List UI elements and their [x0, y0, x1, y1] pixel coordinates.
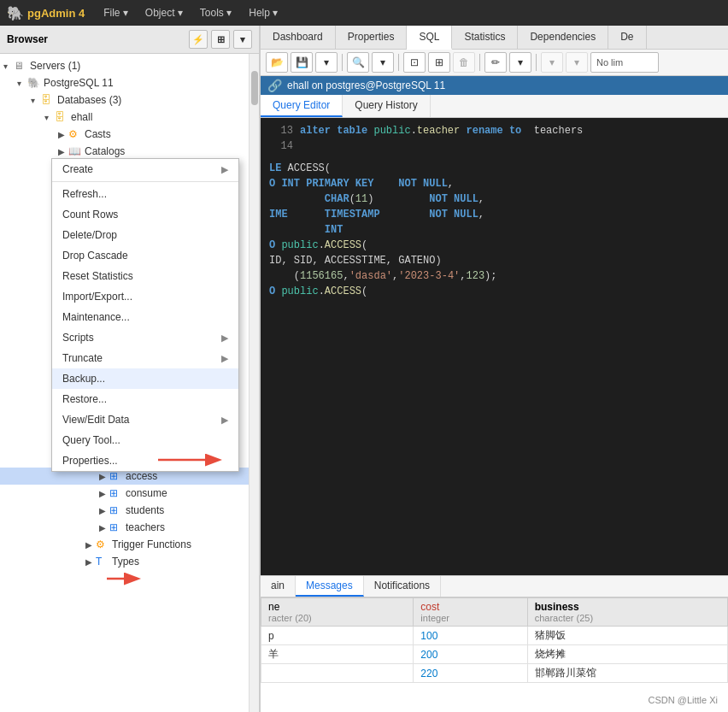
label-triggerfunctions: Trigger Functions — [112, 538, 191, 550]
edit-btn[interactable]: ✏ — [484, 52, 507, 73]
ctx-label: Scripts — [62, 332, 94, 344]
table-row: 220 邯郸路川菜馆 — [261, 664, 728, 683]
results-table: ne racter (20) cost integer business cha… — [261, 597, 728, 683]
icon-triggerfunctions: ⚙ — [96, 538, 109, 550]
ctx-item-truncate[interactable]: Truncate▶ — [52, 348, 238, 368]
tab-query-history[interactable]: Query History — [343, 95, 430, 117]
tab-dashboard[interactable]: Dashboard — [261, 26, 336, 49]
label-catalogs: Catalogs — [85, 145, 125, 157]
tree-node-consume[interactable]: ▶⊞consume — [0, 485, 249, 502]
code-area[interactable]: 13alter table public.teacher rename to t… — [261, 118, 728, 575]
ctx-item-count-rows[interactable]: Count Rows — [52, 204, 238, 225]
filter2-btn[interactable]: ▾ — [541, 52, 563, 73]
ctx-separator — [52, 181, 238, 182]
ctx-arrow-icon: ▶ — [221, 353, 228, 364]
ctx-label: Refresh... — [62, 188, 107, 200]
icon-catalogs: 📖 — [68, 145, 82, 157]
tab-dependencies[interactable]: Dependencies — [518, 26, 608, 49]
tab-notifications[interactable]: Notifications — [364, 576, 441, 597]
ctx-item-backup---[interactable]: Backup... — [52, 368, 238, 389]
tree-node-teachers[interactable]: ▶⊞teachers — [0, 519, 249, 536]
search-dropdown-btn[interactable]: ▾ — [372, 52, 394, 73]
save-btn[interactable]: 💾 — [291, 52, 313, 73]
toggle-types[interactable]: ▶ — [85, 557, 96, 567]
tree-node-servers[interactable]: ▾🖥Servers (1) — [0, 57, 249, 74]
ctx-label: View/Edit Data — [62, 414, 130, 426]
ctx-item-reset-statistics[interactable]: Reset Statistics — [52, 266, 238, 286]
ctx-item-import-export---[interactable]: Import/Export... — [52, 286, 238, 307]
tree-node-postgresql[interactable]: ▾🐘PostgreSQL 11 — [0, 74, 249, 91]
connection-bar: 🔗 ehall on postgres@PostgreSQL 11 — [261, 76, 728, 95]
top-menu: File ▾ Object ▾ Tools ▾ Help ▾ — [95, 3, 286, 22]
ctx-label: Import/Export... — [62, 291, 132, 303]
ctx-item-restore---[interactable]: Restore... — [52, 389, 238, 409]
tree-node-catalogs[interactable]: ▶📖Catalogs — [0, 143, 249, 160]
tab-output[interactable]: ain — [261, 576, 296, 597]
grid-view-btn[interactable]: ⊞ — [211, 30, 230, 49]
watermark: CSDN @Little Xi — [649, 695, 718, 705]
delete-btn[interactable]: 🗑 — [453, 52, 475, 73]
edit-dropdown-btn[interactable]: ▾ — [509, 52, 531, 73]
ctx-label: Properties... — [62, 455, 118, 467]
ctx-label: Drop Cascade — [62, 250, 128, 262]
ctx-item-scripts[interactable]: Scripts▶ — [52, 327, 238, 348]
toggle-teachers[interactable]: ▶ — [99, 523, 109, 533]
ctx-arrow-icon: ▶ — [221, 164, 228, 175]
label-postgresql: PostgreSQL 11 — [44, 77, 114, 89]
ctx-item-create[interactable]: Create▶ — [52, 159, 238, 179]
tree-node-casts[interactable]: ▶⚙Casts — [0, 126, 249, 143]
save-dropdown-btn[interactable]: ▾ — [315, 52, 338, 73]
ctx-label: Restore... — [62, 393, 107, 405]
ctx-label: Truncate — [62, 352, 103, 364]
arrow-svg — [154, 451, 231, 468]
toggle-consume[interactable]: ▶ — [99, 489, 109, 498]
icon-ehall: 🗄 — [55, 111, 68, 123]
copy-btn[interactable]: ⊡ — [403, 52, 426, 73]
col-header-ne: ne racter (20) — [261, 598, 414, 627]
toggle-access[interactable]: ▶ — [99, 472, 109, 481]
tab-de[interactable]: De — [608, 26, 646, 49]
col-header-cost: cost integer — [414, 598, 527, 627]
toggle-casts[interactable]: ▶ — [58, 130, 68, 139]
ctx-arrow-icon: ▶ — [221, 332, 228, 344]
tree-node-triggerfunctions[interactable]: ▶⚙Trigger Functions — [0, 536, 249, 553]
sep3 — [479, 54, 480, 71]
toggle-triggerfunctions[interactable]: ▶ — [85, 540, 96, 550]
tree-node-types[interactable]: ▶TTypes — [0, 553, 249, 570]
ctx-item-view-edit-data[interactable]: View/Edit Data▶ — [52, 409, 238, 430]
tab-query-editor[interactable]: Query Editor — [261, 95, 343, 117]
open-file-btn[interactable]: 📂 — [266, 52, 288, 73]
ctx-label: Query Tool... — [62, 434, 120, 446]
ctx-item-delete-drop[interactable]: Delete/Drop — [52, 225, 238, 245]
browser-header-icons: ⚡ ⊞ ▾ — [189, 30, 252, 49]
paste-btn[interactable]: ⊞ — [428, 52, 450, 73]
tab-properties[interactable]: Properties — [336, 26, 408, 49]
menu-object[interactable]: Object ▾ — [137, 3, 191, 22]
toggle-catalogs[interactable]: ▶ — [58, 147, 68, 156]
ctx-label: Create — [62, 163, 93, 175]
tree-node-students[interactable]: ▶⊞students — [0, 502, 249, 519]
ctx-item-refresh---[interactable]: Refresh... — [52, 184, 238, 204]
search-btn[interactable]: 🔍 — [347, 52, 369, 73]
filter3-btn[interactable]: ▾ — [566, 52, 588, 73]
label-teachers: teachers — [126, 521, 165, 533]
toggle-servers[interactable]: ▾ — [3, 62, 14, 71]
toggle-databases[interactable]: ▾ — [31, 96, 41, 105]
tree-node-ehall[interactable]: ▾🗄ehall — [0, 109, 249, 126]
toggle-postgresql[interactable]: ▾ — [17, 79, 27, 88]
menu-tools[interactable]: Tools ▾ — [191, 3, 240, 22]
tab-statistics[interactable]: Statistics — [452, 26, 518, 49]
ctx-item-maintenance---[interactable]: Maintenance... — [52, 307, 238, 327]
menu-help[interactable]: Help ▾ — [240, 3, 286, 22]
filter-btn[interactable]: ▾ — [233, 30, 252, 49]
tab-sql[interactable]: SQL — [407, 26, 452, 50]
toggle-students[interactable]: ▶ — [99, 506, 109, 515]
refresh-btn[interactable]: ⚡ — [189, 30, 208, 49]
toggle-ehall[interactable]: ▾ — [44, 113, 55, 122]
icon-teachers: ⊞ — [109, 521, 123, 533]
menu-file[interactable]: File ▾ — [95, 3, 137, 22]
tree-node-databases[interactable]: ▾🗄Databases (3) — [0, 91, 249, 109]
tab-messages[interactable]: Messages — [296, 576, 364, 597]
ctx-item-query-tool---[interactable]: Query Tool... — [52, 430, 238, 450]
ctx-item-drop-cascade[interactable]: Drop Cascade — [52, 245, 238, 266]
